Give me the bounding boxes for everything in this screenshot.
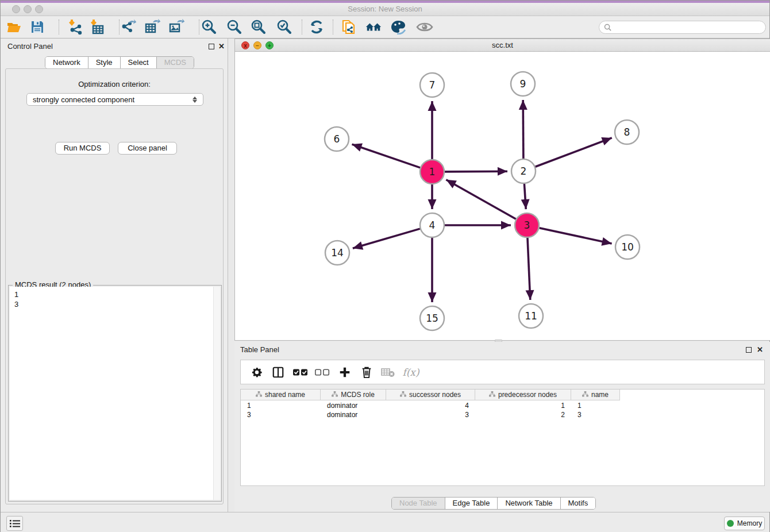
table-cell[interactable]: 3 — [241, 410, 321, 419]
deselect-all-icon[interactable] — [315, 368, 330, 376]
toolbar-separator — [59, 20, 59, 34]
graph-edge-3-11[interactable] — [528, 238, 530, 300]
control-panel-header: Control Panel ✕ — [1, 38, 228, 55]
open-session-icon[interactable] — [6, 18, 23, 36]
table-cell[interactable]: 1 — [241, 401, 321, 410]
import-network-icon[interactable] — [67, 18, 84, 36]
window-title: Session: New Session — [1, 3, 769, 16]
search-input[interactable] — [614, 24, 765, 32]
table-cell[interactable]: 1 — [475, 401, 571, 410]
graph-edge-2-3[interactable] — [524, 184, 526, 209]
mcds-result-list[interactable]: 13 — [10, 287, 220, 500]
mcds-panel: Optimization criterion: strongly connect… — [5, 68, 224, 504]
memory-button[interactable]: Memory — [724, 516, 765, 530]
control-panel-title: Control Panel — [7, 42, 53, 51]
graph-edge-2-9[interactable] — [523, 100, 523, 159]
function-builder-icon: f(x) — [402, 367, 419, 378]
close-table-panel-icon[interactable]: ✕ — [757, 345, 763, 354]
tab-edge-table[interactable]: Edge Table — [445, 498, 498, 509]
table-cell[interactable]: 3 — [571, 410, 620, 419]
column-sort-icon — [489, 391, 495, 399]
zoom-out-icon[interactable] — [225, 18, 242, 36]
close-panel-button[interactable]: Close panel — [118, 142, 177, 155]
graph-node-label: 8 — [624, 126, 630, 138]
table-panel-title: Table Panel — [240, 345, 279, 354]
column-header-label: shared name — [265, 391, 305, 399]
tab-select[interactable]: Select — [121, 57, 157, 68]
table-cell[interactable]: 3 — [386, 410, 475, 419]
table-cell[interactable]: dominator — [321, 401, 386, 410]
eye-icon[interactable] — [416, 18, 433, 36]
close-panel-icon[interactable]: ✕ — [218, 42, 225, 51]
mcds-result-groupbox: MCDS result (2 nodes) 13 — [8, 285, 222, 502]
node-table: shared nameMCDS rolesuccessor nodesprede… — [240, 389, 765, 486]
optimization-criterion-dropdown[interactable]: strongly connected component — [26, 93, 203, 106]
network-view-titlebar[interactable]: x − + scc.txt — [235, 39, 770, 52]
zoom-selected-icon[interactable] — [275, 18, 292, 36]
tab-mcds[interactable]: MCDS — [157, 57, 194, 68]
application-window: Session: New Session — [0, 0, 770, 532]
tab-network-table[interactable]: Network Table — [498, 498, 560, 509]
toggle-column-panel-icon[interactable] — [272, 366, 284, 379]
column-header-successor-nodes[interactable]: successor nodes — [386, 390, 475, 400]
status-bar: Memory — [1, 512, 769, 532]
table-row-3[interactable]: 3dominator323 — [241, 410, 620, 419]
column-header-label: name — [591, 391, 609, 399]
zoom-in-icon[interactable] — [200, 18, 217, 36]
main-toolbar — [1, 16, 769, 38]
tab-style[interactable]: Style — [88, 57, 121, 68]
run-mcds-button[interactable]: Run MCDS — [55, 142, 110, 155]
tab-node-table[interactable]: Node Table — [392, 498, 445, 509]
column-header-label: successor nodes — [409, 391, 461, 399]
tab-network[interactable]: Network — [45, 57, 88, 68]
show-graphics-details-icon[interactable] — [390, 18, 407, 36]
add-row-icon[interactable] — [338, 366, 351, 379]
column-header-predecessor-nodes[interactable]: predecessor nodes — [475, 390, 571, 400]
export-image-icon[interactable] — [168, 18, 185, 36]
table-cell[interactable]: 4 — [386, 401, 475, 410]
table-cell[interactable]: dominator — [321, 410, 386, 419]
column-header-shared-name[interactable]: shared name — [241, 390, 321, 400]
column-header-MCDS-role[interactable]: MCDS role — [321, 390, 386, 400]
column-header-name[interactable]: name — [571, 390, 620, 400]
export-table-icon[interactable] — [144, 18, 161, 36]
select-all-icon[interactable] — [293, 368, 308, 376]
graph-edge-4-14[interactable] — [353, 229, 420, 248]
table-row-1[interactable]: 1dominator411 — [241, 401, 620, 410]
create-network-from-selection-icon[interactable] — [340, 18, 357, 36]
float-table-panel-icon[interactable] — [746, 347, 752, 353]
toolbar-separator — [199, 20, 199, 34]
search-field[interactable] — [599, 21, 766, 34]
delete-row-icon[interactable] — [361, 366, 372, 379]
graph-node-label: 15 — [426, 313, 438, 324]
graph-node-label: 7 — [429, 79, 436, 91]
memory-status-icon — [727, 520, 734, 527]
graph-edge-1-6[interactable] — [352, 144, 420, 168]
graph-edge-3-10[interactable] — [539, 228, 611, 244]
table-cell[interactable]: 2 — [475, 410, 571, 419]
tab-motifs[interactable]: Motifs — [561, 498, 596, 509]
task-history-button[interactable] — [6, 516, 23, 531]
column-sort-icon — [256, 391, 262, 399]
network-canvas[interactable]: 1234678910111415 — [235, 52, 770, 340]
graph-edge-2-8[interactable] — [536, 138, 612, 167]
network-graph[interactable]: 1234678910111415 — [235, 52, 770, 340]
table-toolbar: f(x) — [240, 360, 765, 384]
zoom-fit-icon[interactable] — [249, 18, 267, 36]
table-panel-tabs: Node TableEdge TableNetwork TableMotifs — [391, 497, 596, 510]
table-settings-icon[interactable] — [251, 366, 263, 379]
refresh-icon[interactable] — [308, 18, 325, 36]
graph-edge-1-2[interactable] — [445, 171, 507, 172]
float-panel-icon[interactable] — [209, 44, 214, 49]
export-network-icon[interactable] — [120, 18, 137, 36]
graph-node-label: 3 — [524, 219, 530, 231]
graph-edge-3-1[interactable] — [446, 180, 515, 219]
first-neighbors-icon[interactable] — [365, 18, 382, 36]
table-cell[interactable]: 1 — [571, 401, 620, 410]
column-header-label: MCDS role — [341, 391, 375, 399]
save-session-icon[interactable] — [29, 18, 46, 36]
result-scrollbar[interactable] — [213, 287, 220, 500]
import-table-icon[interactable] — [88, 18, 106, 36]
toolbar-separator — [333, 20, 333, 34]
window-titlebar: Session: New Session — [1, 3, 769, 16]
